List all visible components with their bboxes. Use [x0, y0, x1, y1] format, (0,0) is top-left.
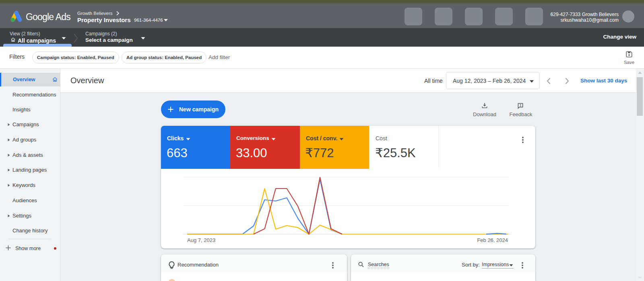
svg-text:Feb 26, 2024: Feb 26, 2024 [477, 237, 508, 243]
svg-text:Aug 7, 2023: Aug 7, 2023 [187, 237, 215, 243]
